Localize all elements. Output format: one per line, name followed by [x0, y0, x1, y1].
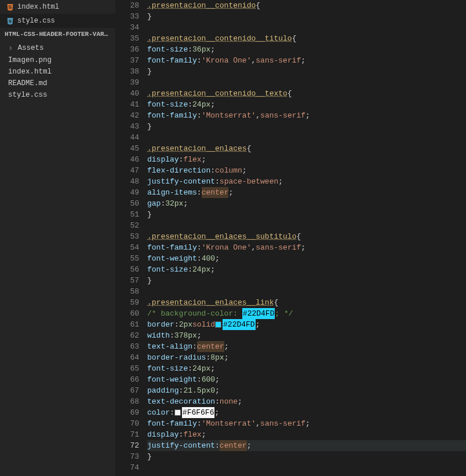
line-number: 67	[116, 385, 139, 396]
line-number: 69	[116, 407, 139, 418]
line-number: 33	[116, 11, 139, 22]
line-number: 66	[116, 374, 139, 385]
code-line[interactable]: justify-content: center;	[147, 440, 466, 451]
code-line[interactable]	[147, 220, 466, 231]
code-line[interactable]: border-radius: 8px;	[147, 352, 466, 363]
code-line[interactable]: text-align: center;	[147, 341, 466, 352]
code-line[interactable]: .presentacion__contenido{	[147, 0, 466, 11]
code-line[interactable]: }	[147, 11, 466, 22]
line-number: 70	[116, 418, 139, 429]
code-line[interactable]	[147, 132, 466, 143]
code-line[interactable]: }	[147, 451, 466, 462]
code-line[interactable]: font-size: 36px;	[147, 44, 466, 55]
code-line[interactable]	[147, 462, 466, 473]
line-number: 36	[116, 44, 139, 55]
code-line[interactable]: font-family: 'Montserrat', sans-serif;	[147, 418, 466, 429]
code-line[interactable]: font-size: 24px;	[147, 363, 466, 374]
code-line[interactable]	[147, 286, 466, 297]
line-number: 43	[116, 121, 139, 132]
code-line[interactable]: padding: 21.5px 0;	[147, 385, 466, 396]
open-editors-tabs: index.html style.css	[0, 0, 115, 28]
line-number: 65	[116, 363, 139, 374]
line-number: 41	[116, 99, 139, 110]
line-number: 72	[116, 440, 139, 451]
code-line[interactable]: }	[147, 66, 466, 77]
code-line[interactable]: font-weight: 600;	[147, 374, 466, 385]
code-line[interactable]: .presentacion__enlaces{	[147, 143, 466, 154]
code-line[interactable]: align-items: center;	[147, 187, 466, 198]
file-tree-item-style[interactable]: style.css	[0, 89, 115, 101]
code-line[interactable]: font-family: 'Krona One', sans-serif;	[147, 55, 466, 66]
code-line[interactable]	[147, 22, 466, 33]
code-line[interactable]: text-decoration: none;	[147, 396, 466, 407]
code-line[interactable]: display: flex;	[147, 429, 466, 440]
line-number: 39	[116, 77, 139, 88]
line-number: 62	[116, 330, 139, 341]
line-number: 58	[116, 286, 139, 297]
line-number-gutter: 2833343536373839404142434445464748495051…	[116, 0, 147, 476]
line-number: 63	[116, 341, 139, 352]
line-number: 50	[116, 198, 139, 209]
line-number: 71	[116, 429, 139, 440]
line-number: 55	[116, 253, 139, 264]
line-number: 73	[116, 451, 139, 462]
code-line[interactable]: }	[147, 209, 466, 220]
line-number: 59	[116, 297, 139, 308]
file-label: Imagen.png	[8, 56, 52, 64]
line-number: 51	[116, 209, 139, 220]
code-line[interactable]: .presentacion__enlaces__subtitulo{	[147, 231, 466, 242]
code-line[interactable]: font-size: 24px;	[147, 99, 466, 110]
code-line[interactable]: /* background-color: #22D4FD; */	[147, 308, 466, 319]
line-number: 46	[116, 154, 139, 165]
code-line[interactable]: .presentacion__contenido__texto{	[147, 88, 466, 99]
code-line[interactable]: font-family: 'Krona One', sans-serif;	[147, 242, 466, 253]
code-line[interactable]: }	[147, 275, 466, 286]
code-content[interactable]: .presentacion__contenido{} .presentacion…	[147, 0, 466, 476]
file-tree-folder-assets[interactable]: Assets	[0, 42, 115, 54]
line-number: 52	[116, 220, 139, 231]
code-line[interactable]: .presentacion__contenido__titulo{	[147, 33, 466, 44]
code-line[interactable]: justify-content: space-between;	[147, 176, 466, 187]
file-tree-item-index[interactable]: index.html	[0, 66, 115, 78]
code-line[interactable]: gap: 32px;	[147, 198, 466, 209]
file-tree: Assets Imagen.png index.html README.md s…	[0, 41, 115, 102]
line-number: 53	[116, 231, 139, 242]
code-line[interactable]: font-weight: 400;	[147, 253, 466, 264]
tab-label: style.css	[17, 17, 55, 25]
html-file-icon	[6, 3, 14, 11]
line-number: 57	[116, 275, 139, 286]
line-number: 40	[116, 88, 139, 99]
code-line[interactable]: width: 378px;	[147, 330, 466, 341]
line-number: 74	[116, 462, 139, 473]
code-line[interactable]: flex-direction: column;	[147, 165, 466, 176]
tab-label: index.html	[17, 3, 59, 11]
file-tree-item-imagen[interactable]: Imagen.png	[0, 54, 115, 66]
line-number: 64	[116, 352, 139, 363]
line-number: 61	[116, 319, 139, 330]
tab-style-css[interactable]: style.css	[0, 14, 115, 28]
code-line[interactable]: .presentacion__enlaces__link{	[147, 297, 466, 308]
line-number: 45	[116, 143, 139, 154]
line-number: 38	[116, 66, 139, 77]
folder-header[interactable]: HTML-CSS-HEADER-FOOTER-VARIAB...	[0, 28, 115, 41]
code-line[interactable]: }	[147, 121, 466, 132]
editor-area: 2833343536373839404142434445464748495051…	[116, 0, 466, 476]
code-line[interactable]: font-size: 24px;	[147, 264, 466, 275]
code-line[interactable]: color: #F6F6F6;	[147, 407, 466, 418]
css-file-icon	[6, 17, 14, 25]
code-line[interactable]: border: 2px solid #22D4FD;	[147, 319, 466, 330]
line-number: 42	[116, 110, 139, 121]
line-number: 60	[116, 308, 139, 319]
file-label: README.md	[8, 79, 48, 87]
file-label: index.html	[8, 68, 52, 76]
code-line[interactable]: font-family: 'Montserrat', sans-serif;	[147, 110, 466, 121]
file-tree-item-readme[interactable]: README.md	[0, 78, 115, 89]
file-label: style.css	[8, 91, 48, 99]
tab-index-html[interactable]: index.html	[0, 0, 115, 14]
line-number: 35	[116, 33, 139, 44]
line-number: 34	[116, 22, 139, 33]
line-number: 28	[116, 0, 139, 11]
code-line[interactable]: display: flex;	[147, 154, 466, 165]
code-line[interactable]	[147, 77, 466, 88]
line-number: 47	[116, 165, 139, 176]
